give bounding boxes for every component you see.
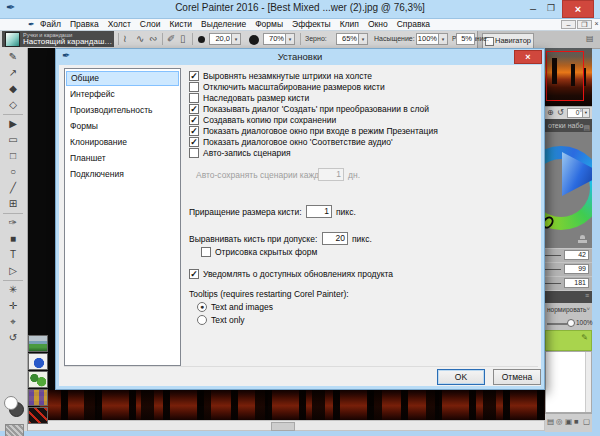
stroke-curve-icon[interactable]: ∿ <box>136 33 144 45</box>
category-shapes[interactable]: Формы <box>66 119 183 134</box>
vertical-scrollbar[interactable] <box>585 352 591 412</box>
gradient-selector-swatch[interactable] <box>28 335 48 352</box>
spinner-icon[interactable]: ▾ <box>358 34 367 44</box>
panel-menu-icon[interactable]: ≡ <box>585 292 589 299</box>
flow-map-selector-swatch[interactable] <box>28 353 48 370</box>
text-tool-icon[interactable]: T <box>0 248 26 262</box>
layer-command-icon[interactable]: ▣ <box>565 417 572 426</box>
bleed-field[interactable]: 5% <box>456 33 475 45</box>
radio-text-only[interactable] <box>197 315 207 325</box>
mdi-close-button[interactable]: × <box>593 20 600 29</box>
checkbox-disable-brush-scaling[interactable] <box>189 82 199 92</box>
mdi-restore-button[interactable]: ❐ <box>577 20 592 29</box>
menu-window[interactable]: Окно <box>368 19 388 30</box>
rect-select-tool-icon[interactable]: □ <box>0 149 26 163</box>
look-selector-swatch[interactable] <box>28 407 48 424</box>
nozzle-selector-swatch[interactable] <box>28 371 48 388</box>
brush-tool-icon[interactable]: ✎ <box>0 50 26 64</box>
clone-color-stamp-icon[interactable] <box>578 235 587 244</box>
checkbox-hidden-shapes[interactable] <box>201 247 211 257</box>
checkbox-show-create-dialog[interactable]: ✓ <box>189 104 199 114</box>
mdi-minimize-button[interactable]: – <box>561 20 576 29</box>
brush-size-field[interactable]: 20,0 ▾ <box>209 33 241 45</box>
menu-effects[interactable]: Эффекты <box>292 19 331 30</box>
rotate-page-tool-icon[interactable]: ↺ <box>0 331 26 345</box>
menu-brushes[interactable]: Кисти <box>170 19 193 30</box>
checkbox-inherit-brush-size[interactable] <box>189 93 199 103</box>
paint-bucket-tool-icon[interactable]: ◆ <box>0 82 26 96</box>
freehand-icon[interactable]: ✐ <box>167 33 175 45</box>
canvas-image[interactable] <box>27 390 545 420</box>
checkbox-align-strokes[interactable]: ✓ <box>189 71 199 81</box>
category-tablet[interactable]: Планшет <box>66 151 183 166</box>
category-interface[interactable]: Интерфейс <box>66 87 183 102</box>
category-cloning[interactable]: Клонирование <box>66 135 183 150</box>
navigator-view-rectangle[interactable] <box>546 51 584 101</box>
rotate-icon[interactable]: ↺ <box>557 108 564 117</box>
checkbox-notify-updates[interactable]: ✓ <box>189 269 199 279</box>
menu-edit[interactable]: Правка <box>70 19 99 30</box>
stroke-style-icon[interactable]: ≀ <box>123 33 127 45</box>
category-performance[interactable]: Производительность <box>66 103 183 118</box>
layer-command-icon[interactable]: ■ <box>574 417 579 426</box>
spinner-icon[interactable]: ▾ <box>285 34 294 44</box>
zoom-icon[interactable]: ⊕ <box>547 108 554 117</box>
minimize-button[interactable]: – <box>524 0 542 18</box>
brush-selector[interactable]: Ручки и карандаши Настоящий карандаш… <box>2 31 114 47</box>
slider-knob[interactable] <box>567 319 575 327</box>
hand-tool-icon[interactable]: ✛ <box>0 299 26 313</box>
spinner-icon[interactable]: ▾ <box>582 109 589 117</box>
tab-navigator[interactable]: Навигатор <box>482 33 534 48</box>
blue-value-field[interactable]: 181 <box>564 278 589 288</box>
menu-canvas[interactable]: Холст <box>108 19 131 30</box>
crop-tool-icon[interactable]: ⊞ <box>0 197 26 211</box>
rotation-field[interactable]: 0° ▾ <box>567 108 590 118</box>
red-value-field[interactable]: 42 <box>564 250 589 260</box>
eraser-tool-icon[interactable]: ◇ <box>0 98 26 112</box>
menu-shapes[interactable]: Формы <box>255 19 283 30</box>
navigator-preview[interactable] <box>545 48 592 106</box>
category-connections[interactable]: Подключения <box>66 167 183 182</box>
menu-select[interactable]: Выделение <box>201 19 246 30</box>
layer-adjuster-tool-icon[interactable]: ▶ <box>0 117 26 131</box>
main-color-well[interactable] <box>4 396 18 410</box>
layer-command-icon[interactable]: ▤ <box>547 417 554 426</box>
layers-panel-header[interactable]: ≡ <box>545 291 592 303</box>
straight-line-icon[interactable]: ▯ <box>180 33 186 45</box>
color-swatch-row[interactable]: ✎ <box>545 330 592 351</box>
cancel-button[interactable]: Отмена <box>493 369 541 385</box>
checkbox-auto-record-script[interactable] <box>189 148 199 158</box>
scrollbar-thumb[interactable] <box>271 422 295 431</box>
opacity-field[interactable]: 70% ▾ <box>263 33 295 45</box>
slider-track[interactable] <box>545 283 561 284</box>
mirror-painting-tool-icon[interactable]: ✳ <box>0 283 26 297</box>
checkbox-create-backup[interactable]: ✓ <box>189 115 199 125</box>
layer-command-icon[interactable]: ◎ <box>556 417 563 426</box>
library-panel-tab[interactable]: отеки набо ▤ <box>545 119 592 132</box>
layers-list[interactable] <box>545 351 592 413</box>
blend-mode-dropdown[interactable]: нормировать ˅ <box>545 303 592 316</box>
green-value-field[interactable]: 99 <box>564 264 589 274</box>
slider-track[interactable] <box>545 269 561 270</box>
weave-selector-swatch[interactable] <box>28 389 48 406</box>
align-tolerance-field[interactable]: 20 <box>322 232 348 245</box>
close-button[interactable]: × <box>562 0 594 18</box>
menu-layers[interactable]: Слои <box>140 19 161 30</box>
ok-button[interactable]: OK <box>437 369 485 385</box>
dropper-tool-icon[interactable]: ↗ <box>0 66 26 80</box>
stroke-curve2-icon[interactable]: ∾ <box>149 33 157 45</box>
lasso-tool-icon[interactable]: ○ <box>0 165 26 179</box>
color-wells[interactable] <box>4 396 24 416</box>
paper-selector[interactable] <box>5 424 24 436</box>
horizontal-scrollbar[interactable] <box>27 420 545 431</box>
category-general[interactable]: Общие <box>66 71 179 86</box>
magic-wand-tool-icon[interactable]: ╱ <box>0 181 26 195</box>
new-layer-icon[interactable]: ▢ <box>583 417 590 426</box>
radio-text-and-images[interactable]: ● <box>197 302 207 312</box>
rect-shape-tool-icon[interactable]: ■ <box>0 232 26 246</box>
dialog-close-button[interactable]: × <box>514 50 542 64</box>
grain-field[interactable]: 65% ▾ <box>336 33 368 45</box>
menu-help[interactable]: Справка <box>397 19 430 30</box>
brush-increment-field[interactable]: 1 <box>306 205 332 218</box>
shape-select-tool-icon[interactable]: ▷ <box>0 264 26 278</box>
